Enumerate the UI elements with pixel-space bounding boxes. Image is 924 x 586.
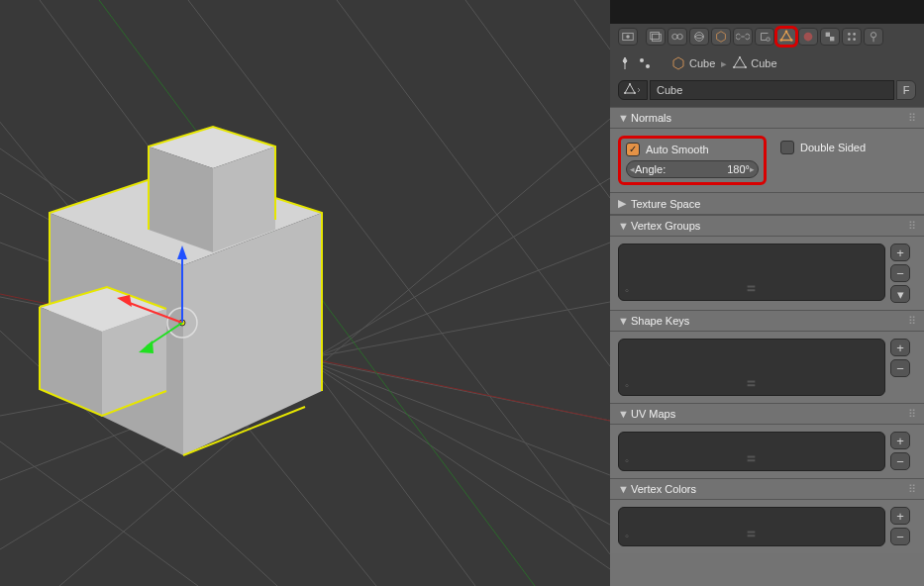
vertex-groups-list[interactable]: ◦ 〓 [618, 244, 885, 301]
panel-grip-icon[interactable]: ⠿ [908, 408, 916, 421]
svg-point-52 [848, 38, 851, 41]
vc-remove-button[interactable]: − [890, 528, 910, 545]
pin-icon[interactable] [618, 56, 632, 70]
panel-grip-icon[interactable]: ⠿ [908, 483, 916, 496]
svg-point-45 [790, 39, 793, 42]
list-resize-icon[interactable]: 〓 [746, 527, 759, 541]
disclosure-down-icon: ▼ [618, 315, 627, 327]
breadcrumb: Cube ▸ Cube [610, 50, 924, 76]
vg-remove-button[interactable]: − [890, 264, 910, 282]
fake-user-button[interactable]: F [896, 80, 916, 100]
panel-grip-icon[interactable]: ⠿ [908, 220, 916, 233]
texture-space-title: Texture Space [631, 198, 700, 210]
angle-field[interactable]: ◂ Angle: 180° ▸ [626, 160, 759, 178]
svg-rect-49 [830, 37, 834, 41]
disclosure-down-icon: ▼ [618, 483, 627, 495]
datablock-name-row: F [610, 76, 924, 107]
svg-point-61 [634, 92, 636, 94]
svg-point-55 [640, 58, 644, 62]
properties-tabs [610, 24, 924, 50]
uv-remove-button[interactable]: − [890, 452, 910, 470]
svg-point-57 [739, 56, 741, 58]
svg-point-40 [672, 34, 677, 39]
svg-point-50 [848, 33, 851, 36]
shape-keys-list[interactable]: ◦ 〓 [618, 339, 885, 396]
double-sided-label: Double Sided [800, 142, 866, 153]
disclosure-right-icon: ▶ [618, 197, 627, 210]
auto-smooth-checkbox[interactable] [626, 143, 640, 156]
svg-point-59 [733, 66, 735, 68]
list-expand-icon[interactable]: ◦ [625, 530, 629, 541]
svg-point-41 [677, 34, 682, 39]
list-resize-icon[interactable]: 〓 [746, 376, 759, 391]
header-spacer [610, 0, 924, 24]
vg-specials-button[interactable]: ▾ [890, 285, 910, 303]
context-icon [638, 56, 652, 70]
svg-point-60 [629, 83, 631, 85]
vg-add-button[interactable]: + [890, 244, 910, 261]
object-tab[interactable] [711, 28, 731, 46]
constraints-tab[interactable] [733, 28, 753, 46]
svg-point-37 [626, 35, 630, 39]
angle-label: Angle: [635, 163, 666, 175]
svg-point-58 [745, 66, 747, 68]
vertex-colors-title: Vertex Colors [631, 483, 696, 495]
panel-grip-icon[interactable]: ⠿ [908, 112, 916, 125]
sk-remove-button[interactable]: − [890, 359, 910, 377]
shape-keys-header[interactable]: ▼ Shape Keys ⠿ [610, 310, 924, 332]
list-resize-icon[interactable]: 〓 [746, 451, 759, 466]
increment-icon[interactable]: ▸ [750, 164, 755, 174]
uv-maps-header[interactable]: ▼ UV Maps ⠿ [610, 403, 924, 425]
breadcrumb-object-label: Cube [689, 57, 715, 69]
svg-point-54 [871, 33, 875, 38]
svg-line-12 [465, 0, 610, 198]
world-tab[interactable] [689, 28, 709, 46]
material-tab[interactable] [798, 28, 818, 46]
svg-point-53 [853, 38, 856, 41]
breadcrumb-object[interactable]: Cube [671, 56, 715, 70]
datablock-browse[interactable] [618, 80, 648, 100]
object-data-tab[interactable] [776, 28, 796, 46]
texture-space-header[interactable]: ▶ Texture Space [610, 192, 924, 215]
panel-grip-icon[interactable]: ⠿ [908, 315, 916, 328]
auto-smooth-highlight: Auto Smooth ◂ Angle: 180° ▸ [618, 136, 767, 185]
double-sided-checkbox[interactable] [780, 141, 794, 154]
svg-point-51 [853, 33, 856, 36]
render-tab[interactable] [618, 28, 638, 46]
angle-value: 180° [727, 163, 750, 175]
vertex-colors-header[interactable]: ▼ Vertex Colors ⠿ [610, 478, 924, 500]
particles-tab[interactable] [842, 28, 862, 46]
vertex-groups-header[interactable]: ▼ Vertex Groups ⠿ [610, 215, 924, 237]
list-expand-icon[interactable]: ◦ [625, 284, 629, 296]
render-layers-tab[interactable] [646, 28, 666, 46]
svg-point-42 [695, 33, 704, 42]
uv-maps-list[interactable]: ◦ 〓 [618, 432, 885, 471]
svg-point-46 [779, 39, 782, 42]
auto-smooth-label: Auto Smooth [646, 144, 709, 155]
physics-tab[interactable] [864, 28, 883, 46]
vc-add-button[interactable]: + [890, 507, 910, 525]
scene-tab[interactable] [667, 28, 687, 46]
properties-sidebar: Cube ▸ Cube F ▼ Normals ⠿ Auto Smooth [610, 0, 924, 586]
uv-add-button[interactable]: + [890, 432, 910, 449]
modifiers-tab[interactable] [755, 28, 774, 46]
normals-title: Normals [631, 112, 671, 124]
disclosure-down-icon: ▼ [618, 220, 627, 232]
svg-line-13 [574, 0, 610, 49]
breadcrumb-sep: ▸ [721, 57, 727, 70]
list-expand-icon[interactable]: ◦ [625, 379, 629, 391]
decrement-icon[interactable]: ◂ [630, 164, 635, 174]
breadcrumb-data[interactable]: Cube [733, 56, 776, 70]
3d-viewport[interactable] [0, 0, 610, 586]
datablock-name-input[interactable] [650, 80, 894, 100]
uv-maps-title: UV Maps [631, 408, 675, 420]
list-resize-icon[interactable]: 〓 [746, 281, 759, 296]
disclosure-down-icon: ▼ [618, 112, 627, 124]
svg-point-62 [624, 92, 626, 94]
vertex-colors-list[interactable]: ◦ 〓 [618, 507, 885, 546]
texture-tab[interactable] [820, 28, 840, 46]
list-expand-icon[interactable]: ◦ [625, 454, 629, 466]
sk-add-button[interactable]: + [890, 339, 910, 356]
breadcrumb-data-label: Cube [751, 57, 776, 69]
normals-header[interactable]: ▼ Normals ⠿ [610, 107, 924, 129]
